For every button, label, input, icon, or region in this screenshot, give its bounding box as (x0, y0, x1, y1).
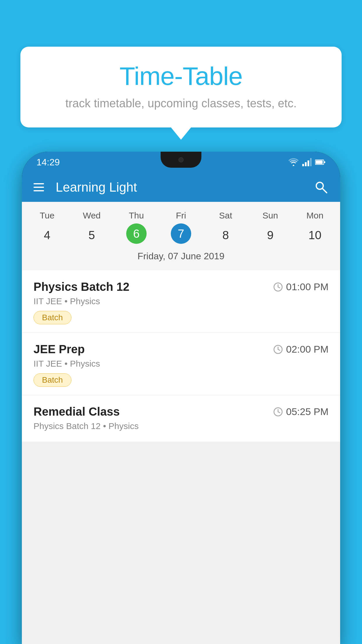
day-name-thu: Thu (114, 208, 159, 223)
svg-rect-0 (302, 164, 304, 166)
selected-date-label: Friday, 07 June 2019 (22, 247, 340, 267)
clock-icon-2 (273, 344, 283, 354)
class-details-3: Physics Batch 12 • Physics (34, 421, 328, 431)
calendar-strip: Tue Wed Thu Fri Sat Sun Mon 4 5 6 7 8 9 … (22, 202, 340, 270)
day-name-fri: Fri (159, 208, 203, 223)
status-bar: 14:29 (22, 152, 340, 173)
day-num-4[interactable]: 4 (25, 223, 69, 247)
phone-frame: 14:29 (22, 152, 340, 644)
class-time-3: 05:25 PM (273, 406, 328, 417)
day-name-tue: Tue (25, 208, 69, 223)
class-item-header-3: Remedial Class 05:25 PM (34, 405, 328, 418)
class-list: Physics Batch 12 01:00 PM IIT JEE • Phys… (22, 270, 340, 442)
class-time-1: 01:00 PM (273, 281, 328, 293)
bubble-title: Time-Table (38, 61, 324, 91)
class-item-header-1: Physics Batch 12 01:00 PM (34, 280, 328, 293)
app-title: Learning Light (56, 180, 305, 195)
class-item-header-2: JEE Prep 02:00 PM (34, 343, 328, 356)
svg-rect-6 (324, 161, 325, 163)
class-item-physics-batch[interactable]: Physics Batch 12 01:00 PM IIT JEE • Phys… (22, 270, 340, 333)
clock-icon-1 (273, 282, 283, 292)
day-num-9[interactable]: 9 (248, 223, 293, 247)
signal-icon (302, 158, 312, 166)
svg-line-11 (278, 287, 280, 288)
status-time: 14:29 (36, 157, 60, 168)
day-name-mon: Mon (293, 208, 337, 223)
battery-icon (315, 159, 326, 165)
camera-dot (178, 157, 184, 162)
svg-line-8 (322, 188, 327, 193)
svg-line-17 (278, 412, 280, 413)
day-name-wed: Wed (69, 208, 114, 223)
phone-screen: Tue Wed Thu Fri Sat Sun Mon 4 5 6 7 8 9 … (22, 202, 340, 644)
wifi-icon (288, 158, 299, 166)
day-num-10[interactable]: 10 (293, 223, 337, 247)
time-text-1: 01:00 PM (286, 281, 328, 293)
day-num-6-today[interactable]: 6 (126, 223, 147, 244)
day-num-5[interactable]: 5 (69, 223, 114, 247)
phone-container: 14:29 (22, 152, 340, 644)
class-item-jee-prep[interactable]: JEE Prep 02:00 PM IIT JEE • Physics Batc… (22, 333, 340, 395)
status-icons (288, 158, 326, 166)
time-text-2: 02:00 PM (286, 344, 328, 355)
day-name-sun: Sun (248, 208, 293, 223)
time-text-3: 05:25 PM (286, 406, 328, 417)
day-name-sat: Sat (203, 208, 248, 223)
search-icon[interactable] (314, 180, 328, 195)
svg-rect-5 (316, 160, 323, 164)
day-num-7-selected[interactable]: 7 (171, 223, 191, 244)
class-details-1: IIT JEE • Physics (34, 296, 328, 306)
svg-rect-1 (305, 162, 307, 166)
bubble-subtitle: track timetable, upcoming classes, tests… (38, 97, 324, 110)
class-name-2: JEE Prep (34, 343, 85, 356)
day-numbers: 4 5 6 7 8 9 10 (22, 223, 340, 247)
hamburger-icon[interactable] (34, 183, 44, 191)
batch-badge-1: Batch (34, 311, 71, 324)
svg-line-14 (278, 349, 280, 350)
day-headers: Tue Wed Thu Fri Sat Sun Mon (22, 208, 340, 223)
svg-rect-3 (310, 158, 312, 166)
speech-bubble: Time-Table track timetable, upcoming cla… (20, 47, 342, 127)
day-num-8[interactable]: 8 (203, 223, 248, 247)
class-details-2: IIT JEE • Physics (34, 359, 328, 369)
class-time-2: 02:00 PM (273, 344, 328, 355)
class-name-1: Physics Batch 12 (34, 280, 129, 293)
svg-rect-2 (307, 160, 309, 166)
class-name-3: Remedial Class (34, 405, 120, 418)
notch (161, 152, 201, 168)
clock-icon-3 (273, 407, 283, 417)
batch-badge-2: Batch (34, 373, 71, 387)
class-item-remedial[interactable]: Remedial Class 05:25 PM Physics Batch 12… (22, 395, 340, 442)
app-bar: Learning Light (22, 173, 340, 202)
